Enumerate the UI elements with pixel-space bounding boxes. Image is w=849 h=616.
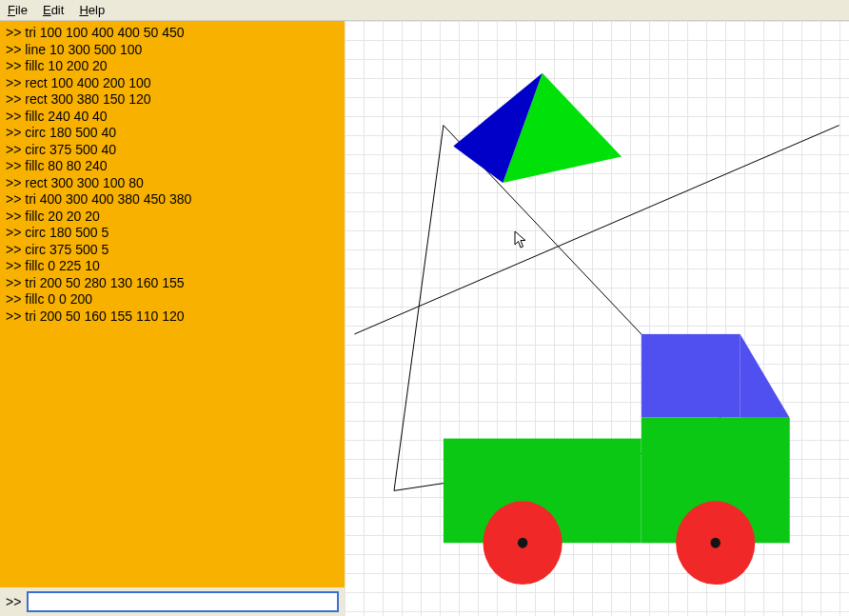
- console-line: >> circ 180 500 5: [6, 225, 339, 242]
- menubar: File Edit Help: [0, 0, 849, 21]
- menu-file[interactable]: File: [4, 2, 31, 18]
- console-line: >> line 10 300 500 100: [6, 42, 339, 59]
- console-line: >> rect 300 300 100 80: [6, 175, 339, 192]
- console-line: >> circ 375 500 5: [6, 242, 339, 259]
- workspace: >> tri 100 100 400 400 50 450>> line 10 …: [0, 21, 849, 616]
- canvas-drawing: [345, 21, 849, 616]
- prompt-label: >>: [6, 594, 21, 609]
- shape-tri: [740, 334, 790, 418]
- console-line: >> fillc 80 80 240: [6, 158, 339, 175]
- console-line: >> fillc 240 40 40: [6, 109, 339, 126]
- console-line: >> tri 100 100 400 400 50 450: [6, 25, 339, 42]
- console-line: >> fillc 20 20 20: [6, 209, 339, 226]
- console-line: >> tri 400 300 400 380 450 380: [6, 191, 339, 209]
- shape-rect: [642, 334, 740, 418]
- console-line: >> fillc 0 0 200: [6, 291, 339, 308]
- shape-circ: [518, 538, 527, 548]
- shape-circ: [711, 538, 721, 548]
- console-line: >> fillc 10 200 20: [6, 58, 339, 75]
- input-row: >>: [0, 587, 345, 616]
- console-line: >> circ 375 500 40: [6, 142, 339, 159]
- left-panel: >> tri 100 100 400 400 50 450>> line 10 …: [0, 21, 345, 616]
- console-line: >> tri 200 50 280 130 160 155: [6, 275, 339, 292]
- console-line: >> rect 100 400 200 100: [6, 75, 339, 92]
- console-output: >> tri 100 100 400 400 50 450>> line 10 …: [0, 21, 345, 587]
- menu-edit[interactable]: Edit: [39, 2, 68, 18]
- console-line: >> tri 200 50 160 155 110 120: [6, 308, 339, 326]
- console-line: >> rect 300 380 150 120: [6, 91, 339, 109]
- canvas-area: [345, 21, 849, 616]
- console-line: >> fillc 0 225 10: [6, 258, 339, 275]
- menu-help[interactable]: Help: [75, 2, 109, 18]
- command-input[interactable]: [27, 591, 339, 612]
- console-line: >> circ 180 500 40: [6, 125, 339, 142]
